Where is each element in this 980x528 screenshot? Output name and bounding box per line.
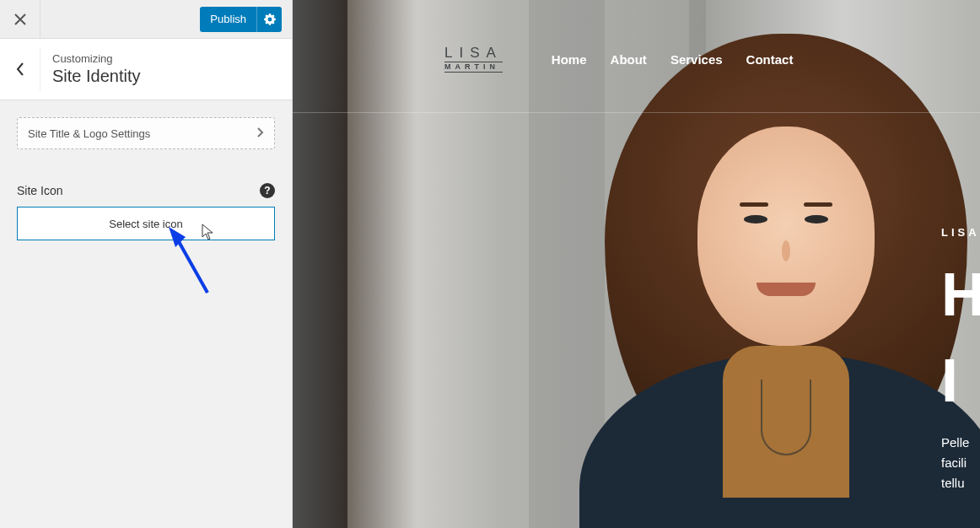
close-icon	[14, 13, 26, 25]
site-icon-label: Site Icon	[17, 184, 62, 197]
chevron-left-icon	[15, 62, 25, 76]
select-site-icon-button[interactable]: Select site icon	[17, 207, 275, 240]
site-icon-section: Site Icon ?	[17, 183, 275, 198]
hero-heading-1: H	[941, 264, 980, 325]
panel-eyebrow: Customizing	[52, 52, 141, 65]
customizer-sidebar: Publish Customizing Site Identity Site T…	[0, 0, 293, 528]
logo-line-2: MARTIN	[444, 62, 503, 73]
nav-home[interactable]: Home	[552, 52, 587, 67]
hero-eyebrow: LISA	[941, 226, 980, 239]
site-preview[interactable]: LISA MARTIN Home About Services Contact …	[293, 0, 980, 528]
nav-about[interactable]: About	[611, 52, 647, 67]
accordion-label: Site Title & Logo Settings	[28, 127, 150, 140]
nav-contact[interactable]: Contact	[746, 52, 794, 67]
publish-button[interactable]: Publish	[200, 7, 256, 32]
site-logo[interactable]: LISA MARTIN	[444, 46, 503, 73]
chevron-right-icon	[257, 127, 264, 140]
svg-line-0	[177, 239, 207, 293]
hero-image-person	[470, 34, 980, 528]
nav-services[interactable]: Services	[670, 52, 723, 67]
preview-divider	[293, 112, 980, 113]
panel-header: Customizing Site Identity	[0, 39, 292, 100]
panel-title: Site Identity	[52, 65, 141, 87]
gear-icon	[264, 13, 276, 25]
nav-links: Home About Services Contact	[552, 52, 794, 67]
close-button[interactable]	[0, 0, 40, 38]
publish-settings-button[interactable]	[256, 7, 282, 32]
hero-paragraph: Pelle facili tellu	[941, 433, 980, 493]
hero-heading-2: I	[941, 350, 980, 411]
site-title-logo-accordion[interactable]: Site Title & Logo Settings	[17, 117, 275, 149]
site-nav: LISA MARTIN Home About Services Contact	[444, 42, 980, 76]
hero-text: LISA H I Pelle facili tellu	[941, 226, 980, 493]
panel-body: Site Title & Logo Settings Site Icon ? S…	[0, 100, 292, 528]
help-icon[interactable]: ?	[260, 183, 275, 198]
sidebar-topbar: Publish	[0, 0, 292, 39]
back-button[interactable]	[0, 47, 40, 91]
logo-line-1: LISA	[444, 46, 503, 60]
